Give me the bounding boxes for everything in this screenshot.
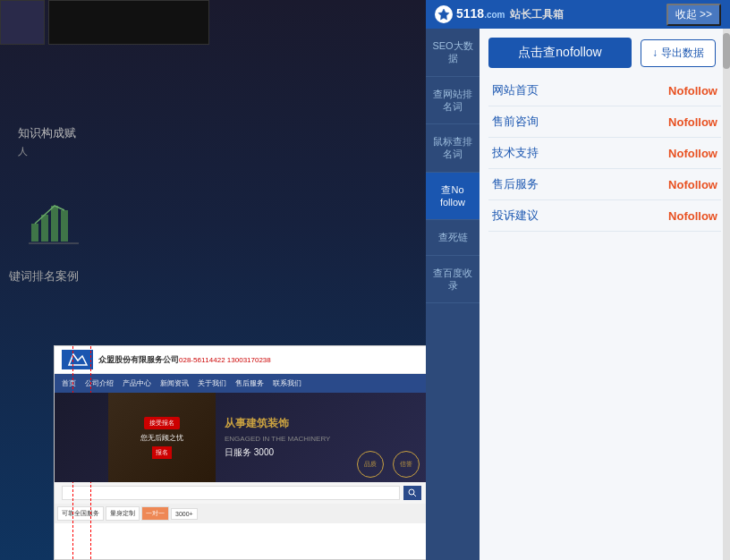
bg-text-area: 知识构成赋 人 <box>18 125 76 158</box>
svg-marker-5 <box>69 354 87 365</box>
sidebar-item-site-rank[interactable]: 查网站排名词 <box>426 77 480 125</box>
nofollow-link-2[interactable]: 技术支持 <box>492 145 539 161</box>
brand: 5118.com 站长工具箱 <box>435 5 564 23</box>
export-label: 导出数据 <box>661 46 704 61</box>
svg-line-7 <box>413 494 416 496</box>
svg-rect-2 <box>51 206 58 242</box>
banner-cta: 报名 <box>152 446 172 459</box>
bg-text-2: 人 <box>18 145 76 158</box>
preview-banner: 接受报名 您无后顾之忧 报名 从事建筑装饰 ENGAGED IN THE MAC… <box>55 393 429 482</box>
preview-phone: 028-56114422 13003170238 <box>179 356 271 364</box>
preview-search-bar <box>55 482 429 504</box>
nofollow-row-0: 网站首页 Nofollow <box>488 75 721 106</box>
nofollow-link-3[interactable]: 售后服务 <box>492 176 539 192</box>
scrollbar-thumb[interactable] <box>723 33 730 69</box>
svg-rect-3 <box>61 210 68 242</box>
nav-about: 关于我们 <box>194 377 230 390</box>
nofollow-status-1: Nofollow <box>668 115 717 129</box>
export-icon: ↓ <box>652 47 658 59</box>
banner-main-text: 从事建筑装饰 <box>225 416 330 431</box>
background-area: 知识构成赋 人 键词排名案例 <box>0 0 429 560</box>
export-button[interactable]: ↓ 导出数据 <box>641 39 716 67</box>
sidebar-label-nofollow: 查No follow <box>429 183 476 209</box>
preview-search-input <box>62 486 400 500</box>
sidebar-label-baidu: 查百度收录 <box>429 267 476 293</box>
svg-marker-8 <box>438 9 449 20</box>
nav-service: 售后服务 <box>232 377 267 390</box>
nofollow-status-3: Nofollow <box>668 178 717 191</box>
brand-name: 5118.com 站长工具箱 <box>456 6 564 22</box>
preview-logo <box>62 350 93 369</box>
toolbar-body: SEO大数据 查网站排名词 鼠标查排名词 查No follow 查死链 查百度收… <box>426 29 730 560</box>
bg-image-1 <box>0 0 45 45</box>
bg-chart-area <box>27 197 81 254</box>
preview-company-name: 众盟股份有限服务公司 <box>98 354 179 366</box>
sidebar-nav: SEO大数据 查网站排名词 鼠标查排名词 查No follow 查死链 查百度收… <box>426 29 480 560</box>
nofollow-link-0[interactable]: 网站首页 <box>492 82 539 98</box>
toolbar-topbar: 5118.com 站长工具箱 收起 >> <box>426 0 730 29</box>
preview-search-icon <box>403 486 421 500</box>
nofollow-status-4: Nofollow <box>668 209 717 223</box>
nofollow-results: 网站首页 Nofollow 售前咨询 Nofollow 技术支持 Nofollo… <box>488 75 721 232</box>
toolbar-content: 点击查nofollow ↓ 导出数据 网站首页 Nofollow 售前咨询 No… <box>480 29 730 560</box>
sidebar-item-seo-data[interactable]: SEO大数据 <box>426 29 480 77</box>
svg-rect-1 <box>41 215 48 242</box>
bg-text-1: 知识构成赋 <box>18 125 76 141</box>
website-preview: 众盟股份有限服务公司 028-56114422 13003170238 首页 公… <box>54 345 429 560</box>
check-nofollow-button[interactable]: 点击查nofollow <box>488 38 632 68</box>
nofollow-row-3: 售后服务 Nofollow <box>488 169 721 200</box>
banner-left-panel: 接受报名 您无后顾之忧 报名 <box>108 393 216 482</box>
sidebar-label-dead-link: 查死链 <box>429 231 476 243</box>
banner-service-count: 日服务 3000 <box>225 446 330 459</box>
brand-logo-svg <box>437 8 450 21</box>
top-images <box>0 0 209 45</box>
banner-sub-text: ENGAGED IN THE MACHINERY <box>225 435 330 443</box>
badge-quality: 品质 <box>357 451 384 478</box>
banner-badge-red: 接受报名 <box>144 417 180 429</box>
sidebar-item-nofollow[interactable]: 查No follow <box>426 173 480 221</box>
banner-right-text: 从事建筑装饰 ENGAGED IN THE MACHINERY 日服务 3000 <box>225 416 330 459</box>
nav-home: 首页 <box>58 377 80 390</box>
sidebar-item-mouse-rank[interactable]: 鼠标查排名词 <box>426 124 480 173</box>
nav-company: 公司介绍 <box>81 377 117 390</box>
nav-products: 产品中心 <box>119 377 155 390</box>
preview-nav: 首页 公司介绍 产品中心 新闻资讯 关于我们 售后服务 联系我们 <box>55 374 429 393</box>
nofollow-link-4[interactable]: 投诉建议 <box>492 208 539 224</box>
scrollbar[interactable] <box>723 29 730 560</box>
badge-trust: 信誉 <box>393 451 420 478</box>
chart-icon <box>27 197 81 250</box>
svg-rect-0 <box>31 224 38 242</box>
sidebar-label-site-rank: 查网站排名词 <box>429 88 476 114</box>
bottom-item-4: 3000+ <box>171 508 198 520</box>
nav-contact: 联系我们 <box>269 377 305 390</box>
keyword-text: 键词排名案例 <box>9 268 79 284</box>
sidebar-label-seo: SEO大数据 <box>429 39 476 65</box>
brand-logo <box>435 5 453 23</box>
toolbar-panel: 5118.com 站长工具箱 收起 >> SEO大数据 查网站排名词 鼠标查排名… <box>426 0 730 560</box>
preview-bottom-nav: 可靠全国服务 量身定制 一对一 3000+ <box>55 504 429 523</box>
nofollow-link-1[interactable]: 售前咨询 <box>492 114 539 130</box>
preview-header: 众盟股份有限服务公司 028-56114422 13003170238 <box>55 346 429 374</box>
bottom-item-3: 一对一 <box>141 506 169 521</box>
banner-slogan: 您无后顾之忧 <box>140 433 183 443</box>
sidebar-item-dead-link[interactable]: 查死链 <box>426 220 480 255</box>
bottom-item-1: 可靠全国服务 <box>57 506 104 521</box>
preview-logo-svg <box>64 352 91 368</box>
action-row: 点击查nofollow ↓ 导出数据 <box>488 38 721 68</box>
sidebar-label-mouse-rank: 鼠标查排名词 <box>429 135 476 161</box>
nofollow-row-1: 售前咨询 Nofollow <box>488 106 721 138</box>
sidebar-item-baidu[interactable]: 查百度收录 <box>426 256 480 304</box>
nofollow-row-4: 投诉建议 Nofollow <box>488 200 721 232</box>
nofollow-row-2: 技术支持 Nofollow <box>488 138 721 169</box>
collapse-button[interactable]: 收起 >> <box>666 4 721 26</box>
nofollow-status-0: Nofollow <box>668 84 717 98</box>
preview-badges: 品质 信誉 <box>357 451 420 478</box>
nav-news: 新闻资讯 <box>157 377 192 390</box>
nofollow-status-2: Nofollow <box>668 147 717 160</box>
search-icon-svg <box>408 488 417 497</box>
bottom-item-2: 量身定制 <box>106 506 140 521</box>
bg-image-2 <box>48 0 209 45</box>
bottom-nav-items: 可靠全国服务 量身定制 一对一 3000+ <box>57 506 426 521</box>
